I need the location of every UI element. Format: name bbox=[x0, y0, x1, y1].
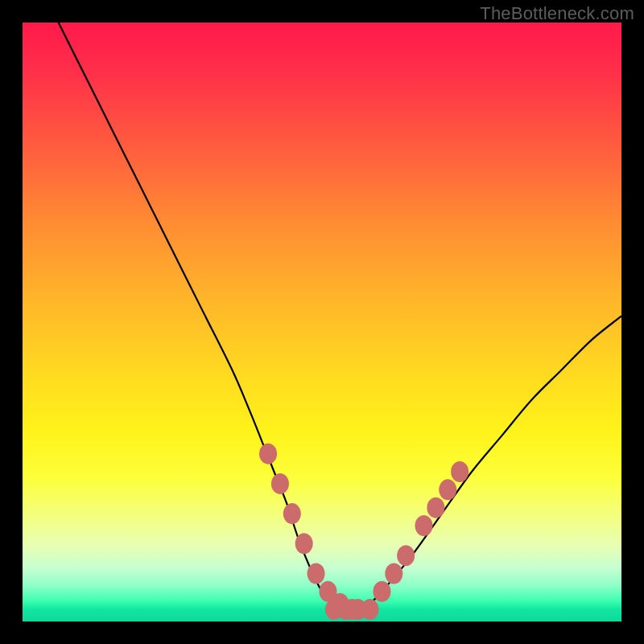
curve-marker bbox=[373, 581, 390, 602]
curve-marker bbox=[397, 545, 415, 566]
curve-marker bbox=[361, 599, 379, 620]
watermark-text: TheBottleneck.com bbox=[480, 3, 634, 24]
curve-marker bbox=[415, 515, 432, 536]
bottleneck-curve-path bbox=[59, 23, 621, 610]
curve-marker bbox=[295, 533, 313, 554]
curve-marker bbox=[451, 461, 469, 482]
curve-marker bbox=[271, 473, 289, 494]
curve-marker bbox=[283, 503, 301, 524]
plot-area bbox=[23, 23, 621, 621]
bottleneck-curve bbox=[59, 23, 621, 610]
curve-marker bbox=[259, 444, 277, 464]
curve-marker bbox=[439, 479, 456, 500]
curve-marker bbox=[385, 563, 402, 584]
chart-frame: TheBottleneck.com bbox=[0, 0, 644, 644]
curve-marker bbox=[427, 497, 444, 518]
curve-marker bbox=[308, 563, 325, 584]
curve-markers bbox=[259, 444, 469, 620]
chart-svg bbox=[23, 23, 621, 621]
